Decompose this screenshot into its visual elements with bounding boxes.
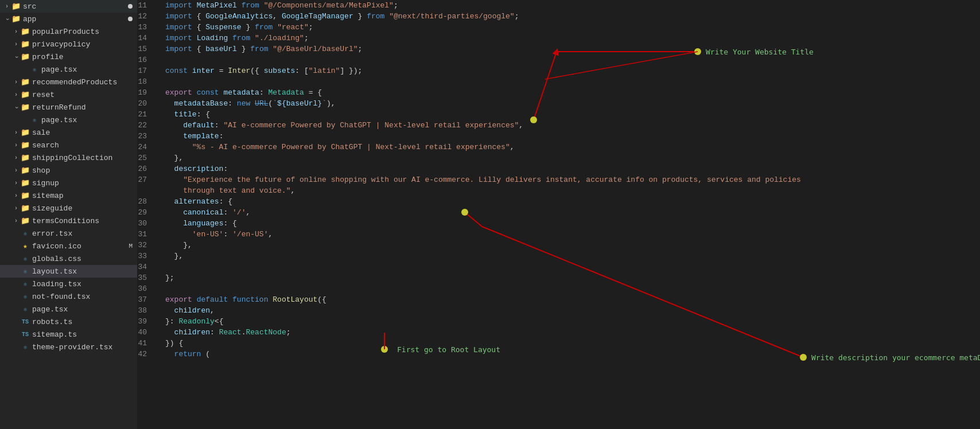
code-editor[interactable]: 11 12 13 14 15 16 17 18 19 20 21 22 23 2…: [138, 0, 980, 429]
sidebar-item-src[interactable]: › 📁 src: [0, 0, 137, 13]
file-icon-globals-css: ⚛: [21, 255, 30, 263]
sidebar-label-sitemap: sitemap: [32, 192, 137, 200]
sidebar-item-page-tsx-profile[interactable]: › ⚛ page.tsx: [0, 63, 137, 76]
arrow-shop: ›: [11, 167, 21, 174]
sidebar-item-returnRefund[interactable]: › 📁 returnRefund: [0, 101, 137, 114]
sidebar-item-recommendedProducts[interactable]: › 📁 recommendedProducts: [0, 76, 137, 88]
sidebar-item-sitemap[interactable]: › 📁 sitemap: [0, 189, 137, 202]
sidebar-item-page-tsx-root[interactable]: › ⚛ page.tsx: [0, 303, 137, 315]
line-num-24: 24: [138, 142, 151, 153]
sidebar-item-sizeguide[interactable]: › 📁 sizeguide: [0, 202, 137, 214]
file-icon-favicon-ico: ★: [21, 241, 30, 251]
sidebar-label-returnRefund: returnRefund: [32, 103, 137, 112]
code-line-29: canonical: '/',: [165, 207, 980, 218]
folder-icon-profile: 📁: [21, 52, 30, 61]
modified-badge-favicon: M: [129, 243, 133, 249]
sidebar-item-shippingCollection[interactable]: › 📁 shippingCollection: [0, 151, 137, 164]
file-icon-layout-tsx: ⚛: [21, 268, 30, 275]
sidebar-label-favicon-ico: favicon.ico: [32, 242, 129, 251]
sidebar-item-error-tsx[interactable]: › ⚛ error.tsx: [0, 227, 137, 240]
line-num-39: 39: [138, 316, 151, 327]
line-num-23: 23: [138, 131, 151, 142]
sidebar-label-loading-tsx: loading.tsx: [32, 280, 137, 288]
line-num-18: 18: [138, 76, 151, 87]
line-num-21: 21: [138, 109, 151, 120]
sidebar-item-sitemap-ts[interactable]: › TS sitemap.ts: [0, 328, 137, 341]
line-num-41: 41: [138, 338, 151, 349]
modified-dot-app: [128, 17, 133, 21]
arrow-returnRefund: ›: [13, 103, 20, 112]
file-icon-robots-ts: TS: [21, 319, 30, 325]
code-line-25: },: [165, 153, 980, 163]
folder-icon-app: 📁: [11, 14, 21, 24]
arrow-sitemap: ›: [11, 193, 21, 199]
sidebar-item-globals-css[interactable]: › ⚛ globals.css: [0, 252, 137, 265]
sidebar-item-sale[interactable]: › 📁 sale: [0, 126, 137, 139]
code-line-23: template:: [165, 131, 980, 142]
sidebar-item-layout-tsx[interactable]: › ⚛ layout.tsx: [0, 265, 137, 278]
arrow-reset: ›: [11, 92, 21, 98]
sidebar-item-privacypolicy[interactable]: › 📁 privacypolicy: [0, 38, 137, 50]
arrow-profile: ›: [13, 52, 20, 61]
sidebar-item-robots-ts[interactable]: › TS robots.ts: [0, 315, 137, 328]
sidebar-item-search[interactable]: › 📁 search: [0, 139, 137, 151]
line-numbers: 11 12 13 14 15 16 17 18 19 20 21 22 23 2…: [138, 0, 161, 360]
sidebar-item-not-found-tsx[interactable]: › ⚛ not-found.tsx: [0, 290, 137, 303]
sidebar-label-search: search: [32, 141, 137, 150]
sidebar-item-reset[interactable]: › 📁 reset: [0, 88, 137, 101]
sidebar-item-termsConditions[interactable]: › 📁 termsConditions: [0, 214, 137, 227]
sidebar-item-profile[interactable]: › 📁 profile: [0, 50, 137, 63]
sidebar-label-theme-provider-tsx: theme-provider.tsx: [32, 343, 137, 352]
file-icon-not-found-tsx: ⚛: [21, 293, 30, 301]
folder-icon-reset: 📁: [21, 90, 30, 99]
sidebar-label-layout-tsx: layout.tsx: [32, 267, 137, 276]
folder-icon-termsConditions: 📁: [21, 216, 30, 225]
sidebar-item-app[interactable]: › 📁 app: [0, 13, 137, 25]
code-line-32: },: [165, 240, 980, 251]
sidebar-label-error-tsx: error.tsx: [32, 229, 137, 238]
modified-dot-src: [128, 4, 133, 9]
code-line-30: languages: {: [165, 218, 980, 229]
code-line-18: [165, 76, 980, 87]
code-line-39: }: Readonly<{: [165, 316, 980, 327]
code-line-17: const inter = Inter({ subsets: ["latin"]…: [165, 65, 980, 76]
sidebar-item-loading-tsx[interactable]: › ⚛ loading.tsx: [0, 278, 137, 290]
sidebar-label-not-found-tsx: not-found.tsx: [32, 292, 137, 301]
line-num-12: 12: [138, 11, 151, 22]
line-num-15: 15: [138, 44, 151, 54]
sidebar-item-theme-provider-tsx[interactable]: › ⚛ theme-provider.tsx: [0, 341, 137, 353]
sidebar-item-signup[interactable]: › 📁 signup: [0, 177, 137, 189]
code-line-24: "%s - AI e-commerce Powered by ChatGPT |…: [165, 142, 980, 153]
line-num-13: 13: [138, 22, 151, 33]
sidebar-label-signup: signup: [32, 179, 137, 188]
code-line-28: alternates: {: [165, 196, 980, 207]
line-num-28: 28: [138, 196, 151, 207]
folder-icon-recommendedProducts: 📁: [21, 77, 30, 87]
line-num-38: 38: [138, 305, 151, 316]
folder-icon-sitemap: 📁: [21, 191, 30, 200]
sidebar-label-app: app: [23, 15, 128, 24]
sidebar-item-favicon-ico[interactable]: › ★ favicon.ico M: [0, 240, 137, 252]
code-line-35: };: [165, 272, 980, 283]
code-line-40: children: React.ReactNode;: [165, 327, 980, 338]
folder-icon-src: 📁: [11, 2, 21, 11]
code-line-15: import { baseUrl } from "@/BaseUrl/baseU…: [165, 44, 980, 54]
code-line-31: 'en-US': '/en-US',: [165, 229, 980, 240]
sidebar-item-shop[interactable]: › 📁 shop: [0, 164, 137, 177]
sidebar-label-profile: profile: [32, 53, 137, 61]
arrow-termsConditions: ›: [11, 218, 21, 224]
file-explorer: › 📁 src › 📁 app › 📁 popularProducts › 📁 …: [0, 0, 138, 429]
sidebar-label-privacypolicy: privacypolicy: [32, 40, 137, 49]
code-line-13: import { Suspense } from "react";: [165, 22, 980, 33]
code-line-14: import Loading from "./loading";: [165, 33, 980, 44]
line-num-29: 29: [138, 207, 151, 218]
sidebar-item-popularProducts[interactable]: › 📁 popularProducts: [0, 25, 137, 38]
code-line-34: [165, 262, 980, 272]
line-num-42: 42: [138, 349, 151, 360]
code-line-12: import { GoogleAnalytics, GoogleTagManag…: [165, 11, 980, 22]
folder-icon-signup: 📁: [21, 178, 30, 188]
line-num-37: 37: [138, 294, 151, 305]
sidebar-item-page-tsx-return[interactable]: › ⚛ page.tsx: [0, 114, 137, 126]
line-num-11: 11: [138, 0, 151, 11]
sidebar-label-page-tsx-return: page.tsx: [41, 116, 137, 124]
